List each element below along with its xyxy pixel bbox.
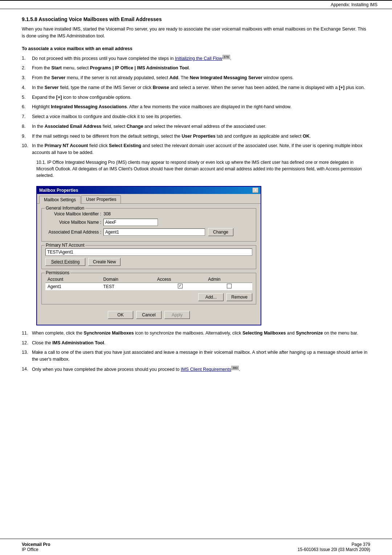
footer-page: Page 379 (298, 542, 370, 547)
step-8: 8. In the Associated Email Address field… (22, 123, 370, 130)
primary-nt-title: Primary NT Account (45, 243, 85, 248)
step-8-num: 8. (22, 123, 32, 130)
header-bar: Appendix: Installing IMS (0, 0, 392, 9)
step-14-num: 14. (22, 366, 32, 373)
permissions-table: Account Domain Access Admin Agent1 TEST (45, 276, 252, 290)
select-existing-button[interactable]: Select Existing (45, 258, 85, 266)
step-10-1-content: IP Office Integrated Messaging Pro (IMS)… (36, 160, 362, 178)
voice-mailbox-id-label: Voice Mailbox Identifier : (45, 211, 103, 216)
add-button[interactable]: Add... (198, 293, 224, 301)
ok-button[interactable]: OK (108, 311, 133, 319)
permissions-button-row: Add... Remove (45, 293, 252, 301)
step-4-num: 4. (22, 84, 32, 91)
step-10-1: 10.1. IP Office Integrated Messaging Pro… (36, 159, 370, 179)
general-info-group: General Information Voice Mailbox Identi… (41, 208, 256, 242)
nt-input-row: TEST\Agent1 (45, 248, 252, 256)
perm-admin-checkbox[interactable] (227, 284, 232, 288)
step-2: 2. From the Start menu, select Programs … (22, 65, 370, 72)
page: Appendix: Installing IMS 9.1.5.8 Associa… (0, 0, 392, 555)
step-6: 6. Highlight Integrated Messaging Associ… (22, 104, 370, 110)
step-6-content: Highlight Integrated Messaging Associati… (32, 104, 370, 110)
step-14: 14. Only when you have completed the abo… (22, 366, 370, 373)
associated-email-row: Associated Email Address : Agent1 Change (45, 228, 252, 236)
primary-nt-group: Primary NT Account TEST\Agent1 Select Ex… (41, 245, 256, 269)
step-3-num: 3. (22, 74, 32, 81)
step-10-1-num: 10.1. (36, 160, 46, 165)
step-10-content: In the Primary NT Account field click Se… (32, 142, 370, 156)
tab-user-properties[interactable]: User Properties (81, 195, 121, 203)
footer-left: Voicemail Pro IP Office (22, 542, 50, 552)
change-button[interactable]: Change (208, 228, 233, 236)
voice-mailbox-name-row: Voice Mailbox Name : AlexF (45, 219, 252, 226)
voice-mailbox-id-value: 308 (103, 211, 111, 216)
step-3: 3. From the Server menu, if the server i… (22, 74, 370, 81)
step-9: 9. If the mail settings need to be diffe… (22, 133, 370, 140)
step-1: 1. Do not proceed with this process unti… (22, 55, 370, 62)
voice-mailbox-name-label: Voice Mailbox Name : (45, 220, 103, 225)
section-intro: When you have installed IMS, started the… (22, 26, 370, 40)
permissions-title: Permissions (45, 270, 70, 275)
dialog-window: Mailbox Properties × Mailbox Settings Us… (36, 186, 261, 325)
footer-bar: Voicemail Pro IP Office Page 379 15-6010… (0, 539, 392, 555)
dialog-titlebar: Mailbox Properties × (37, 187, 261, 194)
associated-email-input[interactable]: Agent1 (103, 228, 205, 236)
steps-list: 1. Do not proceed with this process unti… (22, 55, 370, 156)
perm-access-checkbox[interactable] (178, 284, 183, 288)
voice-mailbox-id-row: Voice Mailbox Identifier : 308 (45, 211, 252, 216)
step-10-num: 10. (22, 142, 32, 149)
step-11-num: 11. (22, 330, 32, 337)
step-11: 11. When complete, click the Synchronize… (22, 330, 370, 337)
tab-mailbox-settings[interactable]: Mailbox Settings (39, 196, 81, 204)
dialog-close-button[interactable]: × (253, 188, 258, 193)
step-9-content: If the mail settings need to be differen… (32, 133, 370, 140)
step-6-num: 6. (22, 104, 32, 110)
step-7-num: 7. (22, 113, 32, 120)
step-12-num: 12. (22, 340, 32, 347)
dialog-container: Mailbox Properties × Mailbox Settings Us… (36, 186, 261, 325)
col-access: Access (155, 276, 206, 283)
step-13-content: Make a call to one of the users that you… (32, 349, 370, 363)
ims-client-requirements-link[interactable]: IMS Client Requirements (181, 367, 231, 372)
header-text: Appendix: Installing IMS (331, 2, 377, 7)
step-4-content: In the Server field, type the name of th… (32, 84, 370, 91)
step-9-num: 9. (22, 133, 32, 140)
link-superscript-1: 378 (222, 55, 230, 59)
step-7-content: Select a voice mailbox to configure and … (32, 113, 370, 120)
step-12: 12. Close the IMS Administration Tool. (22, 340, 370, 347)
step-3-content: From the Server menu, if the server is n… (32, 74, 370, 81)
perm-domain: TEST (101, 283, 155, 290)
link-superscript-14: 380 (231, 366, 239, 370)
perm-access-cell (155, 283, 206, 290)
step-7: 7. Select a voice mailbox to configure a… (22, 113, 370, 120)
step-12-content: Close the IMS Administration Tool. (32, 340, 370, 347)
voice-mailbox-name-input[interactable]: AlexF (103, 219, 158, 226)
step-10: 10. In the Primary NT Account field clic… (22, 142, 370, 156)
step-4: 4. In the Server field, type the name of… (22, 84, 370, 91)
nt-button-row: Select Existing Create New (45, 258, 252, 266)
steps-after-list: 11. When complete, click the Synchronize… (22, 330, 370, 373)
permissions-row-1: Agent1 TEST (45, 283, 252, 290)
content-area: 9.1.5.8 Associating Voice Mailboxes with… (0, 9, 392, 405)
create-new-button[interactable]: Create New (88, 258, 121, 266)
initializing-link[interactable]: Initializing the Call Flow (175, 56, 222, 61)
step-1-num: 1. (22, 55, 32, 62)
step-8-content: In the Associated Email Address field, s… (32, 123, 370, 130)
remove-button[interactable]: Remove (226, 293, 252, 301)
apply-button[interactable]: Apply (164, 311, 190, 319)
nt-account-input[interactable]: TEST\Agent1 (45, 248, 252, 256)
step-5-num: 5. (22, 94, 32, 101)
footer-brand: IP Office (22, 547, 50, 552)
associated-email-label: Associated Email Address : (45, 230, 103, 235)
footer-issue: 15-601063 Issue 20l (03 March 2009) (298, 547, 370, 552)
step-13-num: 13. (22, 349, 32, 356)
step-2-content: From the Start menu, select Programs | I… (32, 65, 370, 72)
step-1-content: Do not proceed with this process until y… (32, 55, 370, 62)
dialog-title: Mailbox Properties (39, 188, 78, 193)
perm-admin-cell (206, 283, 252, 290)
footer-product: Voicemail Pro (22, 542, 50, 547)
step-11-content: When complete, click the Synchronize Mai… (32, 330, 370, 337)
dialog-bottom-buttons: OK Cancel Apply (41, 308, 256, 320)
cancel-button[interactable]: Cancel (136, 311, 162, 319)
perm-account: Agent1 (45, 283, 101, 290)
permissions-group: Permissions Account Domain Access Admin (41, 273, 256, 304)
